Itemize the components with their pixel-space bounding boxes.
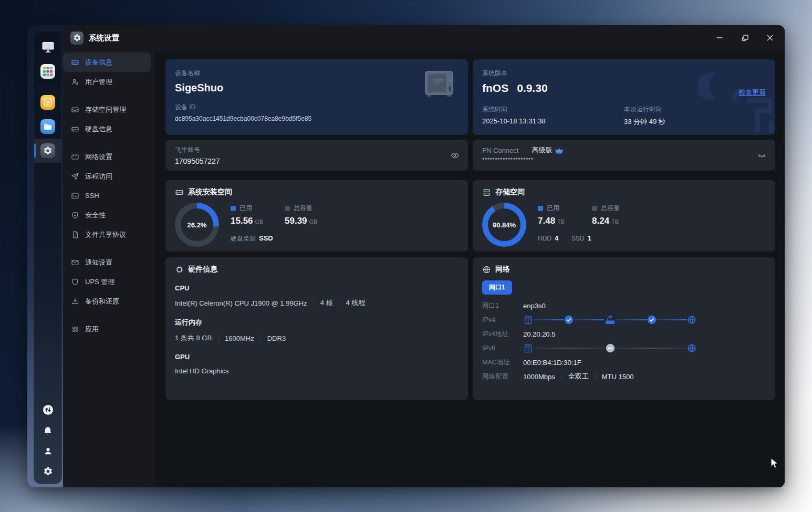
- notes-app-icon: [40, 95, 55, 110]
- active-indicator: [34, 144, 36, 158]
- dock-item-settings[interactable]: [34, 139, 61, 163]
- os-version: 0.9.30: [517, 82, 547, 95]
- storage-space-percent: 90.84%: [493, 221, 516, 229]
- system-time: 2025-10-18 13:31:38: [482, 117, 624, 125]
- sidebar-item-ups-management[interactable]: UPS 管理: [63, 272, 151, 291]
- sidebar-item-disk-info[interactable]: 硬盘信息: [63, 119, 151, 139]
- stacked-drives-icon: [482, 188, 491, 197]
- memory-type: DDR3: [267, 335, 286, 342]
- sidebar-item-file-sharing[interactable]: 文件共享协议: [63, 225, 151, 244]
- disk-type-value: SSD: [259, 234, 273, 242]
- separator: [525, 147, 525, 153]
- close-button[interactable]: [763, 30, 777, 45]
- dock: [34, 30, 62, 484]
- sidebar-item-device-info[interactable]: 设备信息: [63, 53, 151, 72]
- network-card: 网络 网口1 网口1 enp3s0 IPv4: [473, 257, 775, 400]
- maximize-button[interactable]: [737, 30, 752, 45]
- used-unit: GB: [255, 218, 264, 225]
- check-node-icon: [647, 315, 657, 325]
- sidebar-item-network-settings[interactable]: 网络设置: [63, 147, 151, 166]
- transfer-tasks-icon[interactable]: [43, 404, 54, 415]
- memory-size: 1 条共 8 GB: [175, 333, 212, 343]
- shield-icon: [71, 278, 79, 286]
- globe-icon: [482, 265, 491, 274]
- notifications-bell-icon[interactable]: [43, 425, 53, 436]
- sidebar-item-security[interactable]: 安全性: [63, 205, 151, 225]
- used-unit: TB: [557, 218, 565, 225]
- mtu-value: MTU 1500: [602, 373, 634, 381]
- ipv6-connectivity-diagram: [523, 343, 696, 353]
- system-space-donut: 26.2%: [175, 203, 219, 247]
- device-info-icon: [71, 58, 79, 67]
- dock-item-desktop[interactable]: [34, 35, 61, 59]
- fn-account-card: 飞牛账号 17095057227: [165, 140, 468, 171]
- network-title: 网络: [495, 265, 510, 274]
- user-account-icon[interactable]: [43, 446, 53, 456]
- desktop: 系统设置: [0, 0, 812, 512]
- sidebar-item-remote-access[interactable]: 远程访问: [63, 166, 151, 186]
- settings-app-icon: [40, 143, 55, 158]
- app-grid-icon: [40, 64, 55, 79]
- pending-node-icon: [606, 343, 615, 353]
- users-icon: [71, 78, 79, 86]
- system-gear-icon[interactable]: [43, 466, 53, 476]
- hdd-label: HDD: [538, 235, 551, 242]
- gpu-model: Intel HD Graphics: [175, 367, 229, 375]
- titlebar: 系统设置: [63, 25, 785, 50]
- sidebar-item-notification-settings[interactable]: 通知设置: [63, 253, 151, 272]
- desktop-monitor-icon: [41, 40, 55, 54]
- hard-drive-icon: [71, 125, 79, 133]
- system-settings-window: 系统设置: [27, 25, 785, 487]
- total-value: 59.39: [285, 216, 307, 226]
- eye-closed-icon[interactable]: [757, 151, 767, 160]
- duplex-mode: 全双工: [568, 372, 589, 381]
- total-value: 8.24: [592, 216, 609, 226]
- device-id-label: 设备 ID: [175, 103, 459, 112]
- dock-item-files[interactable]: [34, 114, 61, 139]
- device-name: SigeShuo: [175, 82, 459, 94]
- total-swatch: [285, 206, 290, 211]
- used-label: 已用: [547, 204, 559, 213]
- document-icon: [71, 231, 79, 239]
- mac-address-label: MAC地址: [482, 358, 523, 367]
- hardware-info-card: 硬件信息 CPU Intel(R) Celeron(R) CPU J1900 @…: [165, 257, 468, 400]
- router-icon: [604, 315, 616, 325]
- link-speed: 1000Mbps: [523, 373, 555, 381]
- used-label: 已用: [240, 204, 252, 213]
- sidebar-item-ssh[interactable]: SSH: [63, 186, 151, 205]
- eye-icon[interactable]: [450, 151, 460, 160]
- sidebar-item-apps[interactable]: 应用: [63, 319, 151, 339]
- hdd-count: 4: [555, 234, 558, 242]
- sidebar-item-user-management[interactable]: 用户管理: [63, 72, 151, 91]
- device-name-label: 设备名称: [175, 69, 459, 78]
- storage-tray-icon: [71, 106, 79, 114]
- sidebar-item-backup-restore[interactable]: 备份和还原: [63, 291, 151, 311]
- fn-connect-tier: 高级版: [532, 145, 552, 155]
- ssd-label: SSD: [571, 235, 585, 242]
- dock-item-notes[interactable]: [34, 90, 61, 114]
- fn-account-label: 飞牛账号: [175, 145, 459, 154]
- cpu-cores: 4 核: [320, 298, 333, 308]
- used-value: 15.56: [231, 216, 253, 226]
- mac-address: 00:E0:B4:1D:30:1F: [523, 359, 581, 367]
- minimize-button[interactable]: [712, 30, 727, 45]
- memory-frequency: 1600MHz: [225, 335, 254, 342]
- shield-check-icon: [71, 211, 79, 220]
- system-space-percent: 26.2%: [188, 221, 207, 229]
- dock-item-app-center[interactable]: [34, 59, 61, 83]
- used-swatch: [538, 206, 543, 211]
- network-config-label: 网络配置: [482, 372, 523, 381]
- network-port-tab[interactable]: 网口1: [482, 280, 512, 295]
- terminal-icon: [71, 192, 79, 200]
- total-swatch: [592, 206, 597, 211]
- fn-connect-card: FN Connect 高级版 ********************: [473, 140, 775, 171]
- network-port-icon: [71, 153, 79, 161]
- settings-gear-icon: [70, 32, 84, 45]
- nas-icon: [523, 315, 533, 325]
- apps-icon: [71, 325, 79, 333]
- used-swatch: [231, 206, 236, 211]
- sidebar-item-storage-management[interactable]: 存储空间管理: [63, 100, 151, 119]
- envelope-icon: [71, 258, 79, 267]
- check-update-link[interactable]: 检查更新: [738, 88, 766, 97]
- cpu-label: CPU: [175, 284, 459, 292]
